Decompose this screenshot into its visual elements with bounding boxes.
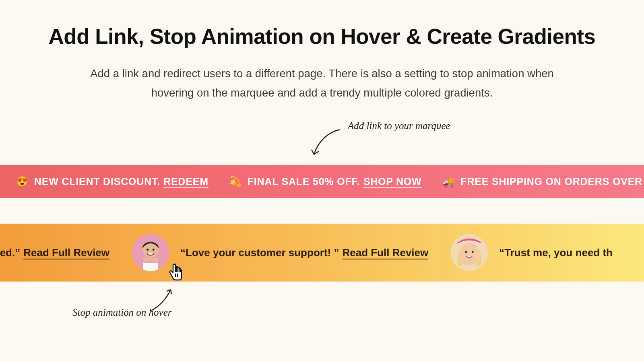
marquee-text: FINAL SALE 50% OFF.	[248, 176, 360, 187]
annotation-stop-hover: Stop animation on hover	[72, 306, 177, 319]
page-subheading: Add a link and redirect users to a diffe…	[80, 64, 564, 103]
marquee-links[interactable]: 😍 NEW CLIENT DISCOUNT. REDEEM 💫 FINAL SA…	[0, 165, 644, 198]
annotation-add-link: Add link to your marquee	[348, 119, 469, 133]
review-quote: “Love your customer support! ”	[180, 247, 339, 259]
redeem-link[interactable]: REDEEM	[163, 176, 208, 187]
avatar	[132, 234, 169, 271]
review-item[interactable]: “Love your customer support! ” Read Full…	[132, 234, 428, 271]
avatar	[451, 234, 488, 271]
read-full-review-link[interactable]: Read Full Review	[342, 247, 428, 259]
marquee-item[interactable]: 😍 NEW CLIENT DISCOUNT. REDEEM	[16, 176, 208, 187]
marquee-item[interactable]: 💫 FINAL SALE 50% OFF. SHOP NOW	[229, 176, 422, 187]
review-quote: ral deodorant I've ever tried.”	[0, 247, 20, 259]
read-full-review-link[interactable]: Read Full Review	[23, 247, 109, 259]
marquee-item[interactable]: 🚚 FREE SHIPPING ON ORDERS OVER $30. LEAR…	[443, 176, 644, 187]
marquee-reviews[interactable]: ral deodorant I've ever tried.” Read Ful…	[0, 224, 644, 282]
svg-point-7	[465, 251, 467, 253]
review-item[interactable]: “Trust me, you need th	[451, 234, 613, 271]
svg-rect-4	[143, 263, 158, 271]
review-quote: “Trust me, you need th	[499, 247, 613, 259]
shop-now-link[interactable]: SHOP NOW	[363, 176, 422, 187]
truck-emoji-icon: 🚚	[443, 176, 455, 187]
heart-eyes-emoji-icon: 😍	[16, 176, 29, 187]
page-heading: Add Link, Stop Animation on Hover & Crea…	[0, 24, 644, 49]
sparkle-emoji-icon: 💫	[229, 176, 242, 187]
arrow-top-icon	[310, 127, 346, 161]
marquee-text: FREE SHIPPING ON ORDERS OVER $30.	[460, 176, 644, 187]
marquee-text: NEW CLIENT DISCOUNT.	[34, 176, 160, 187]
svg-point-3	[153, 249, 155, 251]
svg-point-8	[472, 251, 474, 253]
review-item[interactable]: ral deodorant I've ever tried.” Read Ful…	[0, 247, 109, 259]
svg-point-2	[147, 249, 149, 251]
